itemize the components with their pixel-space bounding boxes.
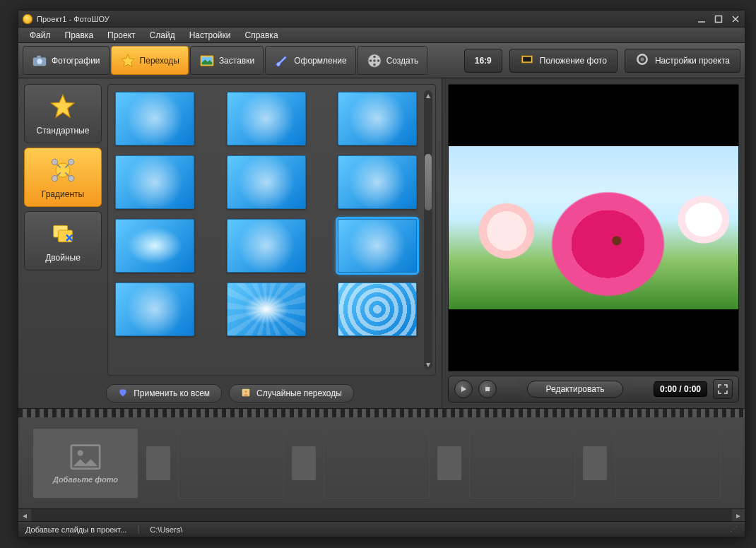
transition-thumb[interactable] <box>115 219 194 273</box>
timeline: Добавьте фото ◂ ▸ <box>18 408 745 521</box>
resize-grip-icon[interactable]: ⋰ <box>730 525 738 534</box>
gradients-icon <box>49 156 77 186</box>
photo-position-button[interactable]: Положение фото <box>509 49 618 73</box>
add-photo-slot[interactable]: Добавьте фото <box>33 428 138 499</box>
category-standard-label: Стандартные <box>37 126 90 136</box>
camera-icon <box>32 53 47 68</box>
tab-create[interactable]: Создать <box>358 46 428 75</box>
transition-thumb[interactable] <box>227 282 306 336</box>
tab-photos[interactable]: Фотографии <box>23 46 110 75</box>
transition-thumb[interactable] <box>338 92 417 145</box>
stop-button[interactable] <box>478 380 497 398</box>
player-bar: Редактировать 0:00 / 0:00 <box>448 376 739 403</box>
category-double-label: Двойные <box>45 253 81 263</box>
svg-point-2 <box>37 59 42 64</box>
tab-create-label: Создать <box>386 56 419 66</box>
tab-transitions-label: Переходы <box>140 56 179 66</box>
menu-slide[interactable]: Слайд <box>144 29 181 42</box>
transition-thumb[interactable] <box>115 282 194 336</box>
edit-label: Редактировать <box>546 384 605 394</box>
tab-transitions[interactable]: Переходы <box>111 46 189 75</box>
svg-point-19 <box>52 175 57 181</box>
transition-thumb[interactable] <box>227 155 306 209</box>
star-icon <box>120 53 136 68</box>
svg-point-15 <box>640 58 644 61</box>
apply-all-button[interactable]: Применить ко всем <box>106 384 222 403</box>
random-transitions-button[interactable]: Случайные переходы <box>229 384 354 403</box>
preview-pane: Редактировать 0:00 / 0:00 <box>442 78 745 408</box>
menu-bar: Файл Правка Проект Слайд Настройки Справ… <box>18 28 745 43</box>
transition-slot[interactable] <box>437 446 462 481</box>
app-window: Проект1 - ФотоШОУ Файл Правка Проект Сла… <box>18 10 745 537</box>
transition-gallery: ▴ ▾ <box>107 84 436 376</box>
scroll-thumb[interactable] <box>425 154 432 210</box>
brush-icon <box>274 53 290 68</box>
tab-photos-label: Фотографии <box>52 56 100 66</box>
transition-slot[interactable] <box>291 446 317 481</box>
empty-slot[interactable] <box>469 428 575 499</box>
close-button[interactable] <box>731 14 740 24</box>
transition-thumb[interactable] <box>338 155 417 209</box>
svg-point-10 <box>369 59 372 62</box>
menu-project[interactable]: Проект <box>102 29 141 42</box>
tab-design-label: Оформление <box>294 56 346 66</box>
tab-design[interactable]: Оформление <box>265 46 355 75</box>
minimize-button[interactable] <box>697 14 707 24</box>
gallery-scrollbar[interactable]: ▴ ▾ <box>424 90 432 369</box>
transition-thumb[interactable] <box>227 219 306 273</box>
transition-slot[interactable] <box>146 446 171 481</box>
preview-frame <box>448 84 739 371</box>
scroll-left-icon[interactable]: ◂ <box>18 509 31 521</box>
position-icon <box>520 52 534 68</box>
aspect-button[interactable]: 16:9 <box>464 49 502 73</box>
apply-all-label: Применить ко всем <box>134 388 210 398</box>
timeline-scrollbar[interactable]: ◂ ▸ <box>18 508 745 521</box>
category-double[interactable]: Двойные <box>24 211 102 270</box>
svg-point-24 <box>244 391 247 393</box>
title-bar: Проект1 - ФотоШОУ <box>18 11 745 28</box>
empty-slot[interactable] <box>178 428 284 499</box>
category-column: Стандартные Градиенты Двойные <box>24 84 102 376</box>
tab-covers-label: Заставки <box>219 56 254 66</box>
project-settings-button[interactable]: Настройки проекта <box>625 49 740 73</box>
svg-point-17 <box>52 159 57 165</box>
menu-edit[interactable]: Правка <box>59 29 100 42</box>
toolbar: Фотографии Переходы Заставки Оформление … <box>18 43 745 78</box>
transition-thumb[interactable] <box>115 92 194 145</box>
add-photo-label: Добавьте фото <box>53 475 118 484</box>
empty-slot[interactable] <box>324 428 430 499</box>
scroll-right-icon[interactable]: ▸ <box>732 509 745 521</box>
menu-settings[interactable]: Настройки <box>184 29 237 42</box>
svg-rect-0 <box>716 16 722 22</box>
scroll-down-icon[interactable]: ▾ <box>424 359 432 369</box>
transition-slot[interactable] <box>582 446 608 481</box>
fullscreen-button[interactable] <box>713 379 733 399</box>
maximize-button[interactable] <box>714 14 723 24</box>
person-icon <box>241 388 251 400</box>
menu-file[interactable]: Файл <box>24 29 57 42</box>
transition-thumb[interactable] <box>338 282 417 336</box>
svg-point-9 <box>373 63 376 66</box>
status-path: C:\Users\ <box>150 525 182 534</box>
tab-covers[interactable]: Заставки <box>190 46 264 75</box>
edit-button[interactable]: Редактировать <box>527 381 624 398</box>
heart-icon <box>118 388 128 400</box>
category-standard[interactable]: Стандартные <box>24 84 102 143</box>
category-gradients-label: Градиенты <box>42 189 84 199</box>
transition-thumb[interactable] <box>227 92 306 145</box>
scroll-up-icon[interactable]: ▴ <box>424 90 432 100</box>
transition-thumb-selected[interactable] <box>338 219 417 273</box>
category-gradients[interactable]: Градиенты <box>24 148 102 207</box>
play-button[interactable] <box>454 380 473 398</box>
time-display: 0:00 / 0:00 <box>654 381 707 397</box>
filmstrip-top-icon <box>18 409 745 417</box>
aspect-label: 16:9 <box>475 56 492 66</box>
empty-slot[interactable] <box>615 428 721 499</box>
transition-thumb[interactable] <box>115 155 194 209</box>
app-icon <box>23 14 33 24</box>
svg-point-18 <box>69 159 74 165</box>
svg-point-27 <box>78 450 83 455</box>
svg-point-7 <box>373 55 376 58</box>
preview-image <box>449 146 738 309</box>
menu-help[interactable]: Справка <box>239 29 283 42</box>
